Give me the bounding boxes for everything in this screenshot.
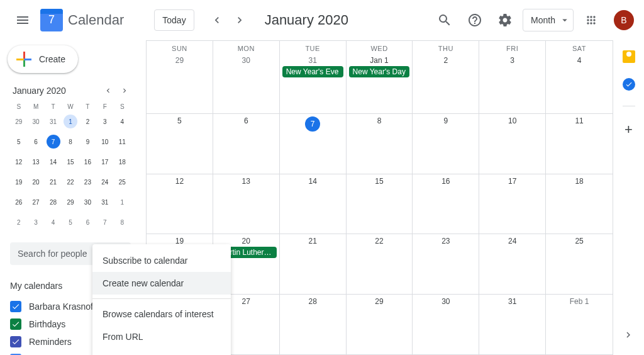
main-menu-button[interactable] <box>10 8 35 33</box>
next-month-button[interactable] <box>230 10 250 30</box>
mini-day-cell[interactable]: 7 <box>45 132 62 152</box>
grid-day-cell[interactable]: 29 <box>147 54 213 113</box>
mini-day-cell[interactable]: 21 <box>45 172 62 192</box>
menu-item[interactable]: From URL <box>92 325 231 348</box>
grid-day-cell[interactable]: 16 <box>413 174 479 234</box>
mini-day-cell[interactable]: 11 <box>114 132 131 152</box>
grid-day-cell[interactable]: 15 <box>347 174 413 234</box>
mini-day-cell[interactable]: 20 <box>27 172 44 192</box>
grid-day-cell[interactable]: 6 <box>213 114 280 174</box>
grid-day-cell[interactable]: 3 <box>479 54 546 113</box>
mini-day-cell[interactable]: 27 <box>27 192 44 212</box>
mini-day-cell[interactable]: 15 <box>62 152 79 172</box>
mini-day-cell[interactable]: 12 <box>10 152 27 172</box>
mini-day-cell[interactable]: 5 <box>62 212 79 232</box>
grid-day-cell[interactable]: 11 <box>546 114 613 174</box>
grid-day-cell[interactable]: Feb 1 <box>546 295 613 354</box>
checkbox-icon[interactable] <box>10 301 21 312</box>
grid-day-cell[interactable]: 30 <box>213 54 280 113</box>
mini-day-cell[interactable]: 29 <box>10 111 27 132</box>
event-chip[interactable]: New Year's Eve <box>282 66 343 77</box>
mini-day-cell[interactable]: 1 <box>62 111 79 132</box>
mini-day-cell[interactable]: 17 <box>96 152 113 172</box>
grid-day-cell[interactable]: 13 <box>213 174 280 234</box>
menu-item[interactable]: Subscribe to calendar <box>92 249 231 272</box>
account-avatar[interactable]: B <box>614 10 634 30</box>
mini-day-cell[interactable]: 7 <box>96 212 113 232</box>
grid-day-cell[interactable]: 24 <box>479 234 546 294</box>
grid-day-cell[interactable]: 21 <box>280 234 347 294</box>
mini-day-cell[interactable]: 18 <box>114 152 131 172</box>
mini-day-cell[interactable]: 31 <box>96 192 113 212</box>
grid-day-cell[interactable]: 5 <box>147 114 213 174</box>
grid-day-cell[interactable]: 30 <box>413 295 479 354</box>
create-button[interactable]: Create <box>8 45 78 73</box>
mini-day-cell[interactable]: 28 <box>45 192 62 212</box>
mini-day-cell[interactable]: 4 <box>114 111 131 132</box>
menu-item[interactable]: Import <box>92 348 231 355</box>
add-addon-button[interactable]: + <box>625 121 633 138</box>
apps-button[interactable] <box>579 8 604 33</box>
grid-day-cell[interactable]: 28 <box>280 295 347 354</box>
grid-day-cell[interactable]: 7 <box>280 114 347 174</box>
mini-day-cell[interactable]: 16 <box>79 152 96 172</box>
grid-day-cell[interactable]: Jan 1New Year's Day <box>347 54 413 113</box>
mini-prev-button[interactable] <box>102 84 114 97</box>
grid-day-cell[interactable]: 8 <box>347 114 413 174</box>
mini-day-cell[interactable]: 13 <box>27 152 44 172</box>
grid-day-cell[interactable]: 17 <box>479 174 546 234</box>
mini-day-cell[interactable]: 14 <box>45 152 62 172</box>
mini-day-cell[interactable]: 10 <box>96 132 113 152</box>
settings-button[interactable] <box>492 8 518 33</box>
mini-day-cell[interactable]: 31 <box>45 111 62 132</box>
collapse-panel-button[interactable] <box>623 329 634 342</box>
grid-day-cell[interactable]: 12 <box>147 174 213 234</box>
mini-day-cell[interactable]: 3 <box>96 111 113 132</box>
mini-day-cell[interactable]: 8 <box>114 212 131 232</box>
grid-day-cell[interactable]: 18 <box>546 174 613 234</box>
prev-month-button[interactable] <box>207 10 227 30</box>
mini-next-button[interactable] <box>118 84 131 97</box>
grid-day-cell[interactable]: 14 <box>280 174 347 234</box>
mini-day-cell[interactable]: 2 <box>79 111 96 132</box>
help-button[interactable] <box>462 8 487 33</box>
keep-icon[interactable] <box>623 50 635 63</box>
mini-day-cell[interactable]: 2 <box>10 212 27 232</box>
grid-day-cell[interactable]: 10 <box>479 114 546 174</box>
grid-day-cell[interactable]: 9 <box>413 114 479 174</box>
menu-item[interactable]: Create new calendar <box>92 272 231 295</box>
grid-day-cell[interactable]: 4 <box>546 54 613 113</box>
tasks-icon[interactable] <box>623 78 635 91</box>
checkbox-icon[interactable] <box>10 336 21 347</box>
grid-day-cell[interactable]: 31New Year's Eve <box>280 54 347 113</box>
menu-item[interactable]: Browse calendars of interest <box>92 303 231 325</box>
mini-day-cell[interactable]: 22 <box>62 172 79 192</box>
event-chip[interactable]: New Year's Day <box>349 66 410 77</box>
grid-day-cell[interactable]: 2 <box>413 54 479 113</box>
mini-day-cell[interactable]: 5 <box>10 132 27 152</box>
grid-day-cell[interactable]: 31 <box>479 295 546 354</box>
grid-day-cell[interactable]: 25 <box>546 234 613 294</box>
mini-day-cell[interactable]: 26 <box>10 192 27 212</box>
mini-day-cell[interactable]: 6 <box>27 132 44 152</box>
mini-day-cell[interactable]: 3 <box>27 212 44 232</box>
grid-day-cell[interactable]: 23 <box>413 234 479 294</box>
grid-day-cell[interactable]: 22 <box>347 234 413 294</box>
mini-day-cell[interactable]: 19 <box>10 172 27 192</box>
mini-day-cell[interactable]: 23 <box>79 172 96 192</box>
mini-day-cell[interactable]: 29 <box>62 192 79 212</box>
grid-day-cell[interactable]: 29 <box>347 295 413 354</box>
checkbox-icon[interactable] <box>10 318 21 330</box>
mini-day-cell[interactable]: 1 <box>114 192 131 212</box>
mini-day-cell[interactable]: 8 <box>62 132 79 152</box>
mini-day-cell[interactable]: 24 <box>96 172 113 192</box>
search-button[interactable] <box>432 8 457 33</box>
mini-day-cell[interactable]: 30 <box>27 111 44 132</box>
mini-day-cell[interactable]: 30 <box>79 192 96 212</box>
mini-day-cell[interactable]: 9 <box>79 132 96 152</box>
mini-day-cell[interactable]: 6 <box>79 212 96 232</box>
mini-day-cell[interactable]: 25 <box>114 172 131 192</box>
today-button[interactable]: Today <box>154 9 194 31</box>
view-selector[interactable]: Month <box>523 9 574 31</box>
mini-day-cell[interactable]: 4 <box>45 212 62 232</box>
